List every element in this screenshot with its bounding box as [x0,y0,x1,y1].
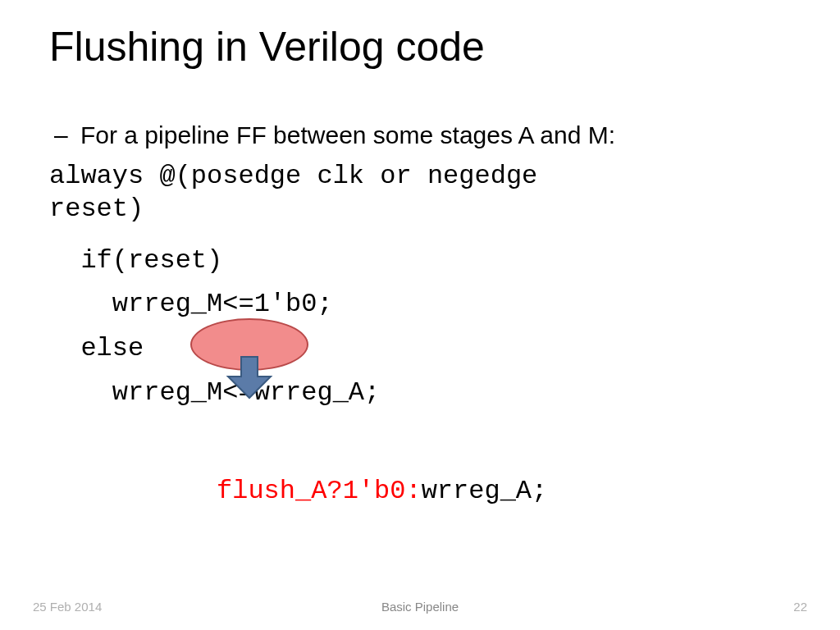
down-arrow-icon [225,355,274,399]
code-line-4: wrreg_M<=1'b0; [49,289,333,319]
code-line-3: if(reset) [49,245,222,276]
footer-page-number: 22 [793,600,807,614]
code-line-5: else [49,333,144,363]
slide-title: Flushing in Verilog code [49,23,485,71]
bullet-text: For a pipeline FF between some stages A … [80,121,615,148]
flush-red-a: flush_A?1'b0: [217,476,422,506]
bullet-item: For a pipeline FF between some stages A … [56,121,615,149]
code-line-6: wrreg_M<=wrreg_A; [49,377,380,408]
flush-code: flush_A?1'b0:wrreg_A; [217,476,547,506]
footer-title: Basic Pipeline [0,600,840,614]
flush-black: wrreg_A; [422,476,548,506]
code-line-2: reset) [49,194,144,224]
code-line-1: always @(posedge clk or negedge [49,161,537,191]
slide: Flushing in Verilog code For a pipeline … [0,0,840,630]
